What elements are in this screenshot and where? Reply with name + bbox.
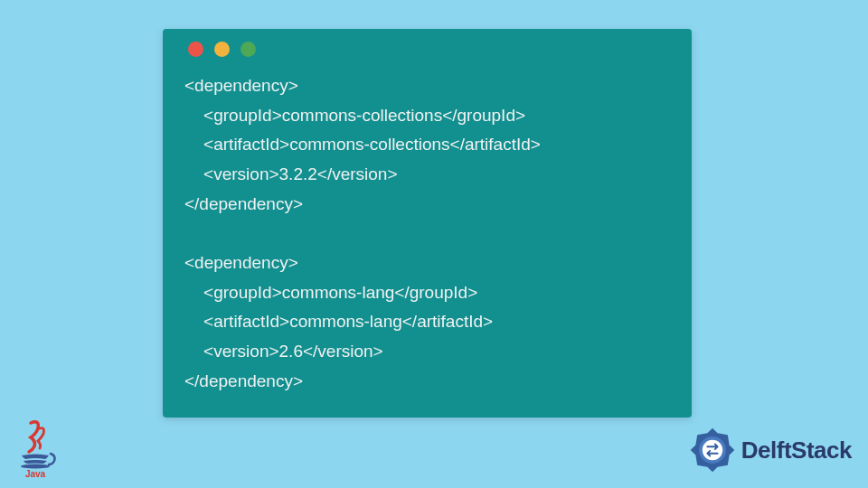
code-window: <dependency> <groupId>commons-collection… [163, 29, 692, 418]
delftstack-icon [687, 425, 738, 475]
svg-point-0 [21, 465, 50, 469]
svg-point-3 [703, 440, 722, 460]
maximize-icon[interactable] [241, 42, 256, 57]
delftstack-logo: DelftStack [687, 425, 852, 475]
close-icon[interactable] [188, 42, 203, 57]
svg-text:Java: Java [25, 469, 46, 479]
delftstack-text: DelftStack [741, 436, 852, 465]
java-logo: Java [13, 418, 58, 479]
code-content: <dependency> <groupId>commons-collection… [163, 64, 692, 418]
minimize-icon[interactable] [214, 42, 230, 57]
window-controls [163, 29, 692, 64]
